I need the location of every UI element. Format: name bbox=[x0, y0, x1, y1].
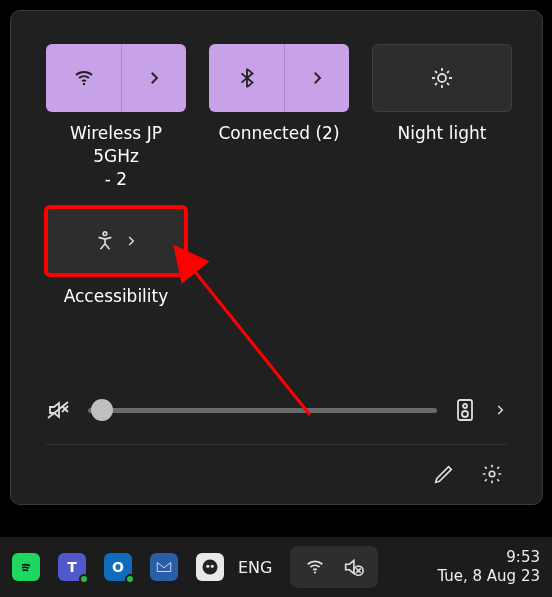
thunderbird-app-icon[interactable] bbox=[150, 553, 178, 581]
wifi-label: Wireless JP 5GHz - 2 bbox=[46, 122, 186, 191]
edit-quick-settings-button[interactable] bbox=[429, 459, 459, 489]
volume-slider-thumb[interactable] bbox=[91, 399, 113, 421]
wifi-tile[interactable] bbox=[46, 44, 186, 112]
outlook-app-icon[interactable]: O bbox=[104, 553, 132, 581]
accessibility-tile-group: Accessibility bbox=[46, 207, 186, 331]
wifi-icon bbox=[46, 66, 121, 90]
nightlight-label: Night light bbox=[398, 122, 487, 168]
audio-output-icon[interactable] bbox=[455, 398, 475, 422]
spotify-app-icon[interactable] bbox=[12, 553, 40, 581]
svg-point-1 bbox=[438, 74, 446, 82]
volume-mute-icon[interactable] bbox=[46, 398, 70, 422]
svg-line-9 bbox=[447, 71, 449, 73]
volume-slider[interactable] bbox=[88, 408, 437, 413]
status-badge-icon bbox=[79, 574, 89, 584]
svg-point-17 bbox=[489, 471, 495, 477]
accessibility-icon bbox=[94, 230, 116, 252]
svg-point-21 bbox=[211, 565, 214, 568]
bluetooth-icon bbox=[209, 67, 284, 89]
bluetooth-tile[interactable] bbox=[209, 44, 349, 112]
svg-point-19 bbox=[203, 560, 218, 575]
svg-point-22 bbox=[314, 571, 316, 573]
quick-tiles-row-2: Accessibility bbox=[46, 207, 507, 331]
svg-line-6 bbox=[435, 71, 437, 73]
language-indicator[interactable]: ENG bbox=[238, 558, 272, 577]
nightlight-icon bbox=[373, 66, 511, 90]
quick-settings-panel: Wireless JP 5GHz - 2 Connected (2) bbox=[10, 10, 543, 505]
accessibility-expand[interactable] bbox=[124, 234, 138, 248]
wifi-expand[interactable] bbox=[121, 44, 186, 112]
app-icon[interactable] bbox=[196, 553, 224, 581]
svg-point-15 bbox=[463, 404, 467, 408]
taskbar-clock[interactable]: 9:53 Tue, 8 Aug 23 bbox=[437, 548, 540, 587]
svg-point-10 bbox=[103, 232, 107, 236]
quick-tiles-row-1: Wireless JP 5GHz - 2 Connected (2) bbox=[46, 44, 507, 191]
nightlight-tile[interactable] bbox=[372, 44, 512, 112]
taskbar-apps: T O bbox=[12, 553, 224, 581]
svg-line-8 bbox=[435, 83, 437, 85]
teams-app-icon[interactable]: T bbox=[58, 553, 86, 581]
taskbar: T O ENG 9:53 Tue, 8 Au bbox=[0, 537, 552, 597]
svg-point-16 bbox=[462, 411, 468, 417]
svg-point-20 bbox=[206, 565, 209, 568]
svg-line-7 bbox=[447, 83, 449, 85]
accessibility-label: Accessibility bbox=[64, 285, 169, 331]
tray-volume-icon[interactable] bbox=[342, 556, 364, 578]
status-badge-icon bbox=[125, 574, 135, 584]
volume-row bbox=[46, 394, 507, 444]
system-tray[interactable] bbox=[290, 546, 378, 588]
clock-time: 9:53 bbox=[437, 548, 540, 568]
bluetooth-label: Connected (2) bbox=[218, 122, 339, 168]
audio-output-expand[interactable] bbox=[493, 403, 507, 417]
tray-wifi-icon[interactable] bbox=[304, 556, 326, 578]
nightlight-tile-group: Night light bbox=[372, 44, 512, 191]
clock-date: Tue, 8 Aug 23 bbox=[437, 567, 540, 587]
wifi-tile-group: Wireless JP 5GHz - 2 bbox=[46, 44, 186, 191]
bluetooth-expand[interactable] bbox=[284, 44, 349, 112]
settings-button[interactable] bbox=[477, 459, 507, 489]
accessibility-tile[interactable] bbox=[46, 207, 186, 275]
svg-point-0 bbox=[82, 83, 84, 85]
panel-footer bbox=[46, 444, 507, 489]
bluetooth-tile-group: Connected (2) bbox=[209, 44, 349, 191]
